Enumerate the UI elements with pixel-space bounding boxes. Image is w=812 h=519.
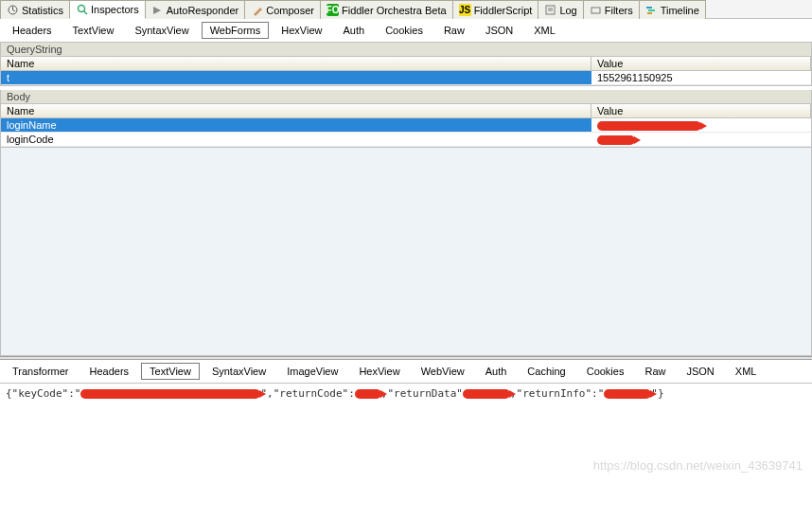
tab-label: Timeline: [661, 5, 699, 16]
orchestra-icon: FO: [327, 4, 339, 16]
resp-text: ,"returnData": [381, 387, 463, 400]
req-tab-xml[interactable]: XML: [525, 22, 564, 39]
tab-label: Fiddler Orchestra Beta: [342, 5, 447, 16]
req-tab-syntaxview[interactable]: SyntaxView: [126, 22, 197, 39]
tab-composer[interactable]: Composer: [244, 0, 321, 19]
tab-label: Statistics: [22, 5, 63, 16]
querystring-row[interactable]: t 1552961150925: [1, 71, 811, 85]
resp-tab-syntaxview[interactable]: SyntaxView: [203, 363, 274, 380]
col-header-value[interactable]: Value: [591, 104, 811, 117]
log-icon: [544, 4, 556, 16]
watermark: https://blog.csdn.net/weixin_43639741: [593, 458, 803, 473]
tab-fiddlerscript[interactable]: JS FiddlerScript: [452, 0, 539, 19]
resp-text: ,"returnInfo":": [510, 387, 604, 400]
redacted-value: [604, 389, 651, 399]
redacted-value: [355, 389, 381, 399]
body-row[interactable]: loginCode: [1, 133, 811, 147]
resp-tab-transformer[interactable]: Transformer: [4, 363, 78, 380]
svg-rect-11: [647, 12, 652, 14]
req-tab-webforms[interactable]: WebForms: [202, 22, 270, 39]
req-tab-raw[interactable]: Raw: [435, 22, 473, 39]
body-header: Body: [0, 90, 812, 104]
inspectors-icon: [76, 4, 88, 16]
req-tab-hexview[interactable]: HexView: [273, 22, 330, 39]
col-header-name[interactable]: Name: [1, 57, 591, 70]
tab-inspectors[interactable]: Inspectors: [69, 0, 146, 19]
svg-rect-8: [591, 8, 600, 13]
svg-line-2: [13, 10, 16, 12]
resp-tab-raw[interactable]: Raw: [636, 363, 674, 380]
resp-tab-imageview[interactable]: ImageView: [278, 363, 346, 380]
tab-label: Inspectors: [91, 4, 139, 15]
statistics-icon: [7, 4, 19, 16]
tab-filters[interactable]: Filters: [583, 0, 640, 19]
main-tab-strip: Statistics Inspectors AutoResponder Comp…: [0, 0, 812, 19]
resp-tab-auth[interactable]: Auth: [477, 363, 516, 380]
resp-tab-xml[interactable]: XML: [727, 363, 766, 380]
req-tab-textview[interactable]: TextView: [64, 22, 123, 39]
body-value: [591, 133, 811, 146]
svg-line-4: [83, 11, 87, 15]
req-tab-auth[interactable]: Auth: [335, 22, 374, 39]
body-value: [591, 118, 811, 132]
tab-label: Log: [559, 5, 576, 16]
composer-icon: [251, 4, 263, 16]
resp-tab-textview[interactable]: TextView: [141, 363, 200, 380]
querystring-header: QueryString: [0, 43, 812, 57]
qs-name: t: [1, 71, 591, 84]
redacted-value: [80, 389, 260, 399]
redacted-value: [597, 135, 635, 145]
tab-label: Filters: [605, 5, 633, 16]
req-tab-headers[interactable]: Headers: [4, 22, 61, 39]
body-grid: Name Value loginName loginCode: [0, 104, 812, 148]
tab-label: Composer: [266, 5, 314, 16]
response-sub-tabs: Transformer Headers TextView SyntaxView …: [0, 360, 812, 384]
resp-tab-json[interactable]: JSON: [678, 363, 722, 380]
tab-log[interactable]: Log: [538, 0, 583, 19]
resp-text: ","returnCode":: [260, 387, 354, 400]
response-textview[interactable]: {"keyCode":"","returnCode":,"returnData"…: [0, 384, 812, 478]
svg-rect-9: [646, 7, 652, 9]
tab-label: AutoResponder: [167, 5, 238, 16]
resp-tab-headers[interactable]: Headers: [81, 363, 138, 380]
fiddlerscript-icon: JS: [459, 4, 471, 16]
resp-tab-hexview[interactable]: HexView: [350, 363, 408, 380]
req-tab-json[interactable]: JSON: [477, 22, 521, 39]
tab-timeline[interactable]: Timeline: [639, 0, 706, 19]
request-sub-tabs: Headers TextView SyntaxView WebForms Hex…: [0, 19, 812, 43]
resp-tab-caching[interactable]: Caching: [519, 363, 574, 380]
body-name: loginCode: [1, 133, 591, 146]
body-empty-area[interactable]: [0, 148, 812, 356]
resp-text: {"keyCode":": [6, 387, 80, 400]
qs-value: 1552961150925: [591, 71, 811, 84]
tab-orchestra[interactable]: FO Fiddler Orchestra Beta: [320, 0, 453, 19]
body-row[interactable]: loginName: [1, 118, 811, 133]
col-header-value[interactable]: Value: [591, 57, 811, 70]
req-tab-cookies[interactable]: Cookies: [377, 22, 432, 39]
tab-autoresponder[interactable]: AutoResponder: [145, 0, 245, 19]
querystring-grid: Name Value t 1552961150925: [0, 57, 812, 86]
svg-rect-10: [648, 9, 655, 11]
redacted-value: [597, 121, 701, 131]
col-header-name[interactable]: Name: [1, 104, 591, 117]
resp-tab-webview[interactable]: WebView: [413, 363, 473, 380]
tab-label: FiddlerScript: [474, 5, 533, 16]
resp-tab-cookies[interactable]: Cookies: [578, 363, 633, 380]
body-name: loginName: [1, 118, 591, 132]
redacted-value: [463, 389, 510, 399]
autoresponder-icon: [151, 4, 164, 16]
tab-statistics[interactable]: Statistics: [0, 0, 70, 19]
svg-point-3: [78, 6, 84, 12]
filters-icon: [590, 4, 602, 16]
timeline-icon: [645, 4, 658, 16]
